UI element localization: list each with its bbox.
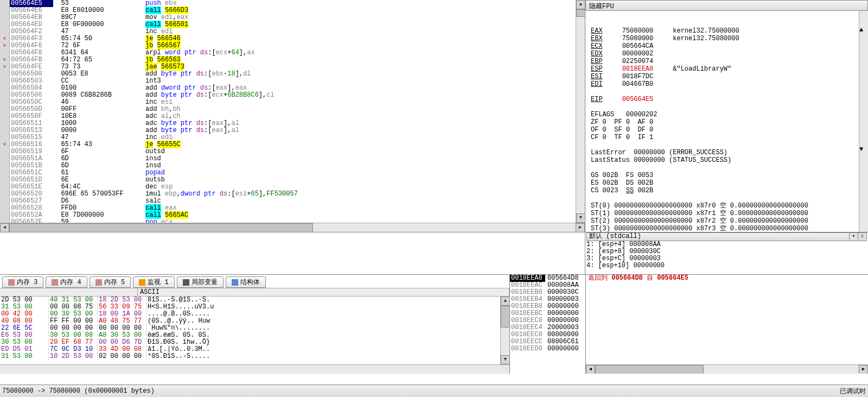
register-row[interactable]: ZF 0 PF 0 AF 0 [591,118,863,126]
disasm-row[interactable]: 00566500 0053 E8add byte ptr ds:[ebx-18]… [0,71,585,78]
disasm-row[interactable]: 00566511 1000adc byte ptr ds:[eax],al [0,120,585,127]
stack-row[interactable]: 0018EED000000000 [510,345,585,352]
tab-局部变量[interactable]: 局部变量 [177,276,224,288]
disasm-row[interactable]: 00566503 CCint3 [0,78,585,85]
disasm-row[interactable]: 0056651C 61popad [0,169,585,177]
hide-fpu-button[interactable]: 隐藏FPU [585,0,868,11]
scroll-down-button[interactable]: ▼ [501,355,510,364]
disasm-row[interactable]: 0056651D 6Eoutsb [0,177,585,184]
register-row[interactable]: CF 0 TF 0 IF 1 [591,134,863,141]
scroll-down-button[interactable]: ▼ [859,146,868,153]
disasm-row[interactable]: 00566513 0000add byte ptr ds:[eax],al [0,127,585,134]
jump-indicator: v [0,56,10,64]
tab-结构体[interactable]: 结构体 [226,276,266,288]
scroll-up-button[interactable]: ▲ [576,0,585,9]
register-row[interactable] [591,103,863,111]
scroll-right-button[interactable]: ▶ [576,223,585,232]
info-pane [0,232,585,274]
scroll-right-button[interactable]: ▶ [859,365,868,374]
disasm-row[interactable]: 0056650D 00FFadd bh,bh [0,106,585,113]
register-row[interactable] [591,194,863,202]
regs-vertical-scrollbar[interactable]: ▲ ▼ [859,11,868,232]
disasm-row[interactable]: 0056650C 46inc esi [0,99,585,106]
dump-horizontal-scrollbar[interactable] [0,364,509,374]
disasm-row[interactable]: 0056652F 59pop ecx [0,219,585,223]
register-row[interactable]: CS 0023 SS 002B [591,187,863,194]
argument-row[interactable]: 4: [esp+10] 00000000 [586,262,867,269]
register-row[interactable]: GS 002B FS 0053 [591,172,863,179]
disassembly-pane[interactable]: 005664E5 53push ebx005664E6 E8 E8010000c… [0,0,585,232]
disasm-row[interactable]: v005664FB 64:72 65jb 566563 [0,56,585,64]
register-row[interactable] [591,88,863,96]
register-row[interactable]: LastError 00000000 (ERROR_SUCCESS) [591,149,863,156]
register-row[interactable]: ESP 0018EEA8 &"LoadLibraryW" [591,65,863,73]
scroll-thumb[interactable] [576,9,585,17]
jump-indicator [0,162,10,169]
disasm-row[interactable]: 00566506 0089 C6B8286Badd byte ptr ds:[e… [0,92,585,99]
scroll-up-button[interactable]: ▲ [859,26,868,34]
register-row[interactable] [591,141,863,149]
scroll-up-button[interactable]: ▲ [501,297,510,306]
disasm-row[interactable]: 00566519 6Foutsd [0,148,585,155]
tab-监视1[interactable]: 监视 1 [133,276,174,288]
dropdown-button[interactable]: ▾ [849,233,858,241]
scroll-down-button[interactable]: ▼ [576,213,585,223]
registers-list[interactable]: EAX 75080000 kernel32.75080000EBX 750800… [585,11,868,232]
tab-内存4[interactable]: 内存 4 [46,276,87,288]
disassembly-listing[interactable]: 005664E5 53push ebx005664E6 E8 E8010000c… [0,0,585,223]
stack-comment-pane[interactable]: 返回到 005664D8 自 005664E5 ◀ ▶ [586,275,868,374]
register-row[interactable]: ECX 005664CA [591,42,863,50]
register-row[interactable]: EDX 00000002 [591,50,863,58]
calling-convention-dropdown[interactable]: 默认 (stdcall) ▾ ⇕ [586,232,867,241]
scroll-left-button[interactable]: ◀ [586,365,595,374]
scroll-thumb[interactable] [501,306,510,327]
jump-indicator [0,71,10,78]
jump-indicator: v [0,42,10,49]
dump-row[interactable]: 31 53 0010 2D 53 0002 00 00 00*0S.Ð1S..-… [0,353,509,360]
disasm-row[interactable]: 0056651A 6Dinsd [0,155,585,162]
disasm-row[interactable]: 00566527 D6salc [0,198,585,205]
register-row[interactable]: EDI 004667B0 [591,80,863,88]
tab-label: 内存 5 [104,278,125,287]
jump-indicator: v [0,64,10,71]
scroll-thumb[interactable] [9,223,313,232]
jump-indicator [0,99,10,106]
register-row[interactable]: ESI 0018F7DC [591,73,863,80]
register-row[interactable]: ST(3) 00000000000000000000 x87r3 空 0.000… [591,225,863,232]
disasm-row[interactable]: v005664F3 65:74 50je 566546 [0,35,585,42]
tab-内存3[interactable]: 内存 3 [2,276,43,288]
register-row[interactable]: ES 002B DS 002B [591,179,863,187]
register-row[interactable]: EFLAGS 00000202 [591,111,863,118]
register-row[interactable]: OF 0 SF 0 DF 0 [591,126,863,134]
dump-vertical-scrollbar[interactable]: ▲ ▼ [500,297,509,364]
hex-dump[interactable]: 2D 53 0040 31 53 0018 2D 53 0081S..-S.@1… [0,297,509,364]
register-row[interactable]: EBP 02250074 [591,58,863,65]
disasm-row[interactable]: 005664ED E8 0F000000call 566501 [0,21,585,28]
disasm-row[interactable]: 0056652A E8 7D000000call 5665AC [0,212,585,219]
tab-内存5[interactable]: 内存 5 [90,276,131,288]
jump-indicator [0,92,10,99]
disasm-vertical-scrollbar[interactable]: ▲ ▼ [576,0,585,223]
register-row[interactable] [591,164,863,172]
jump-indicator [0,14,10,21]
disasm-horizontal-scrollbar[interactable]: ◀ ▶ [0,223,585,232]
spinner-button[interactable]: ⇕ [858,233,866,241]
jump-indicator [0,7,10,14]
disasm-row[interactable]: v00566516 65:74 43je 56655C [0,141,585,148]
register-row[interactable]: ST(2) 00000000000000000000 x87r2 空 0.000… [591,217,863,225]
scroll-thumb[interactable] [859,49,868,130]
register-row[interactable]: LastStatus 00000000 (STATUS_SUCCESS) [591,156,863,164]
comment-horizontal-scrollbar[interactable]: ◀ ▶ [586,364,868,374]
register-row[interactable]: EAX 75080000 kernel32.75080000 [591,27,863,35]
disasm-row[interactable]: 00566520 696E 65 570053FFimul ebp,dword … [0,191,585,198]
register-row[interactable]: ST(0) 00000000000000000000 x87r0 空 0.000… [591,202,863,210]
scroll-thumb[interactable] [595,365,704,374]
disasm-row[interactable]: 005664E6 E8 E8010000call 5666D3 [0,7,585,14]
register-row[interactable]: ST(1) 00000000000000000000 x87r1 空 0.000… [591,210,863,217]
scroll-left-button[interactable]: ◀ [0,223,9,232]
disasm-row[interactable]: 0056650F 10E8adc al,ch [0,113,585,120]
stack-pane[interactable]: 0018EEA8005664D80018EEAC000008AA0018EEB0… [510,275,586,374]
disasm-row[interactable]: 0056651B 6Dinsd [0,162,585,169]
register-row[interactable]: EBX 75080000 kernel32.75080000 [591,35,863,42]
register-row[interactable]: EIP 005664E5 [591,96,863,103]
